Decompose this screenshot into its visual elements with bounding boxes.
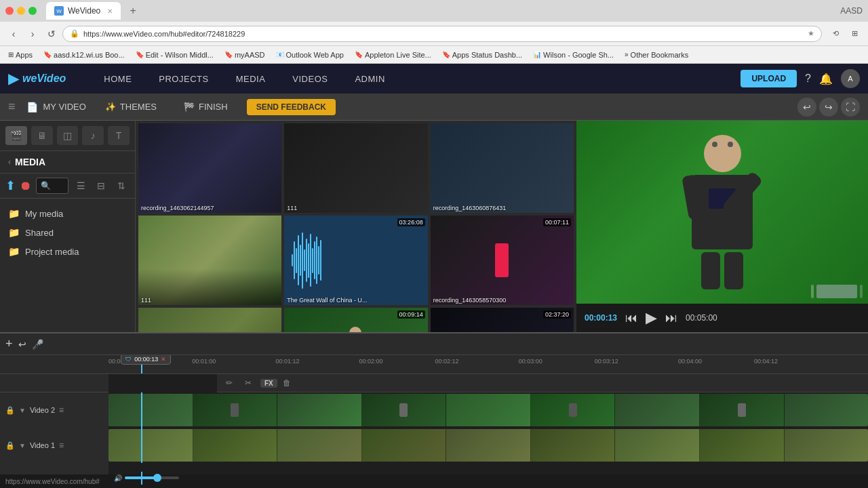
thumb-duration-9: 02:37:20 [543,310,571,319]
media-thumb-2[interactable]: 111 [284,123,427,213]
close-window-btn[interactable] [5,7,14,15]
thumb-label-6: recording_1463058570300 [433,297,507,304]
nav-videos[interactable]: VIDEOS [279,64,341,94]
maximize-window-btn[interactable] [28,7,37,15]
track-collapse-btn[interactable]: ▼ [19,407,26,414]
video2-clip[interactable] [108,394,868,426]
upload-button[interactable]: UPLOAD [741,70,797,87]
media-back-btn[interactable]: ‹ [8,157,11,167]
bookmark-other[interactable]: »Other Bookmarks [622,49,691,60]
preview-skip-forward-btn[interactable]: ⏭ [665,311,677,325]
bookmark-appleton[interactable]: 🔖Appleton Live Site... [352,49,434,60]
app-toolbar: ≡ 📄 MY VIDEO ✨ THEMES 🏁 FINISH SEND FEED… [0,94,868,121]
browser-ext-btn-2[interactable]: ⊞ [846,26,863,42]
media-grid-scroll[interactable]: recording_1463062144957 111 recording_14… [136,121,576,332]
undo-redo-section: ↩ ↪ ⛶ [797,98,860,117]
folder-project-media[interactable]: 📁 Project media [0,242,135,261]
fullscreen-button[interactable]: ⛶ [841,98,860,117]
video1-track-row: 🔒 ▼ Video 1 ≡ [0,428,868,463]
app-logo: ▶ weVideo [8,70,66,87]
bookmark-aasd-label: aasd.k12.wi.us Boo... [54,51,125,59]
preview-play-btn[interactable]: ▶ [646,309,657,327]
split-btn[interactable]: ✂ [241,376,255,390]
refresh-btn[interactable]: ↺ [43,26,60,42]
folder-shared[interactable]: 📁 Shared [0,223,135,242]
media-tab-transition[interactable]: ◫ [57,126,79,145]
nav-home[interactable]: HOME [90,64,145,94]
app-nav: HOME PROJECTS MEDIA VIDEOS ADMIN [90,64,399,94]
bookmark-wilson[interactable]: 📊Wilson - Google Sh... [530,49,616,60]
themes-button[interactable]: ✨ THEMES [97,99,165,115]
bookmark-aasd[interactable]: 🔖aasd.k12.wi.us Boo... [41,49,127,60]
media-thumb-3[interactable]: recording_1463060876431 [431,123,574,213]
filter-btn[interactable]: ⊟ [93,178,109,194]
bookmark-myaasd[interactable]: 🔖myAASD [222,49,268,60]
hamburger-icon[interactable]: ≡ [8,100,16,114]
media-tab-video[interactable]: 🎬 [5,126,27,145]
nav-admin[interactable]: ADMIN [341,64,398,94]
media-thumb-4[interactable]: 111 [138,216,281,305]
media-thumb-6[interactable]: 00:07:11 recording_1463058570300 [431,216,574,305]
media-thumb-1[interactable]: recording_1463062144957 [138,123,281,213]
minimize-window-btn[interactable] [17,7,25,15]
help-icon[interactable]: ? [805,73,811,85]
timeline-mic-btn[interactable]: 🎤 [32,339,43,350]
media-tab-text[interactable]: T [108,126,130,145]
timeline-add-btn[interactable]: + [5,337,13,351]
folder-my-media[interactable]: 📁 My media [0,204,135,223]
playhead-time-label: 00:00:13 [134,356,158,363]
record-btn[interactable]: ⏺ [20,179,32,193]
thumb-duration-8: 00:09:14 [397,310,425,319]
address-bar[interactable]: 🔒 https://www.weVideo.com/hub#editor/724… [62,26,822,42]
media-thumb-8[interactable]: 00:09:14 recording_1462558792000 [284,308,427,332]
upload-media-btn[interactable]: ⬆ [5,178,16,193]
notifications-icon[interactable]: 🔔 [819,73,833,85]
nav-media[interactable]: MEDIA [222,64,279,94]
delete-clip-btn[interactable]: 🗑 [283,378,291,388]
timeline-undo-btn[interactable]: ↩ [18,339,26,350]
back-btn[interactable]: ‹ [5,26,22,42]
tab-close-btn[interactable]: ✕ [107,7,113,15]
my-video-label: MY VIDEO [43,102,86,112]
volume-knob[interactable] [153,474,161,482]
playhead-close-btn[interactable]: ✕ [161,356,166,363]
media-tab-music[interactable]: ♪ [82,126,104,145]
nav-projects[interactable]: PROJECTS [145,64,222,94]
fx-button[interactable]: FX [260,379,277,388]
redo-button[interactable]: ↪ [819,98,838,117]
track1-menu-btn[interactable]: ≡ [59,441,64,450]
right-panel: 00:00:13 ⏮ ▶ ⏭ 00:05:00 [576,121,868,332]
browser-nav: ‹ › ↺ 🔒 https://www.weVideo.com/hub#edit… [0,22,868,46]
sort-btn[interactable]: ⇅ [113,178,130,194]
forward-btn[interactable]: › [24,26,41,42]
bookmark-apps-status[interactable]: 🔖Apps Status Dashb... [439,49,525,60]
media-thumb-9[interactable]: RAIDERSRECYCLE 02:37:20 1-22-16 Wilson R… [431,308,574,332]
pencil-edit-btn[interactable]: ✏ [222,376,236,390]
bookmark-outlook[interactable]: 📧Outlook Web App [273,49,347,60]
media-tab-screen[interactable]: 🖥 [31,126,53,145]
video1-clip[interactable] [108,429,868,462]
undo-button[interactable]: ↩ [797,98,816,117]
ruler-mark-3: 00:02:00 [359,358,383,365]
media-search-bar[interactable]: 🔍 [36,178,68,194]
track-playhead-video1 [141,428,142,463]
volume-slider[interactable] [125,476,179,479]
list-view-btn[interactable]: ☰ [73,178,89,194]
track1-collapse-btn[interactable]: ▼ [19,442,26,449]
bookmark-apps[interactable]: ⊞Apps [5,49,35,60]
thumb-label-5: The Great Wall of China - U... [287,297,367,304]
bookmark-edit[interactable]: 🔖Edit - Wilson Middl... [133,49,216,60]
send-feedback-button[interactable]: SEND FEEDBACK [247,99,336,115]
preview-skip-back-btn[interactable]: ⏮ [625,311,637,325]
browser-ext-btn-1[interactable]: ⟲ [827,26,844,42]
media-thumb-5[interactable]: 03:26:08 The Great Wall of China - U... [284,216,427,305]
user-avatar[interactable]: A [841,69,860,88]
track1-lock-icon: 🔒 [5,441,15,450]
browser-tab[interactable]: W WeVideo ✕ [46,2,121,20]
url-display: https://www.weVideo.com/hub#editor/72481… [83,30,804,38]
media-thumb-7[interactable]: 20090529_Great_Wall_8185 [138,308,281,332]
track-menu-btn[interactable]: ≡ [59,405,64,415]
new-tab-btn[interactable]: + [125,3,141,19]
video2-track-content [108,392,868,428]
finish-button[interactable]: 🏁 FINISH [176,99,236,115]
